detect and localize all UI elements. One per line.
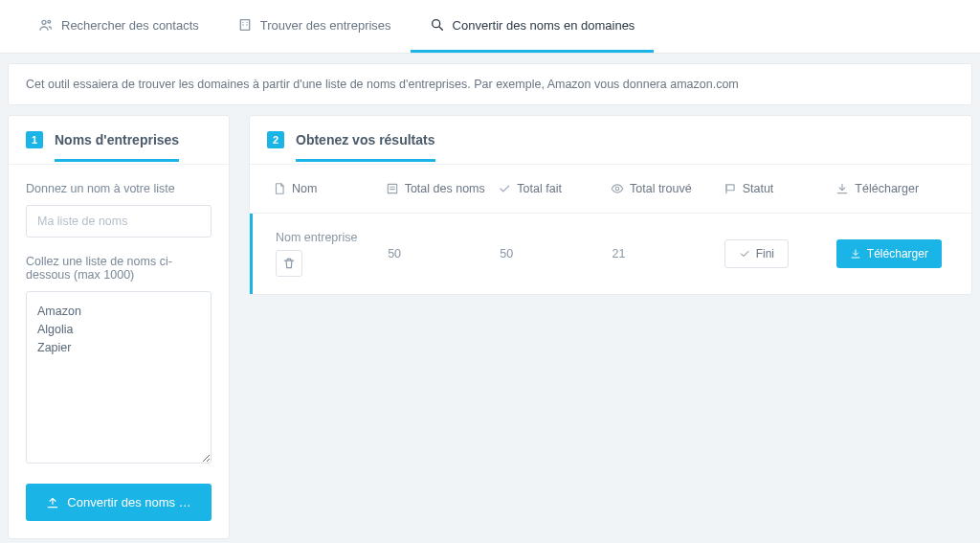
svg-point-7 <box>432 20 439 28</box>
check-icon <box>498 182 511 195</box>
td-download: Télécharger <box>836 239 948 268</box>
flag-icon <box>724 182 737 195</box>
step-badge-1: 1 <box>26 131 43 148</box>
td-total-done: 50 <box>500 247 612 260</box>
td-total-found: 21 <box>612 247 724 260</box>
th-total-done: Total fait <box>498 182 611 195</box>
th-total-found: Total trouvé <box>611 182 724 195</box>
list-name-label: Donnez un nom à votre liste <box>26 182 212 195</box>
file-icon <box>273 182 286 195</box>
td-status: Fini <box>724 239 836 268</box>
tab-convert-domains[interactable]: Convertir des noms en domaines <box>411 0 655 53</box>
step1-card: 1 Noms d'entreprises Donnez un nom à vot… <box>8 115 230 539</box>
list-name-input[interactable] <box>26 205 212 238</box>
delete-button[interactable] <box>276 250 302 277</box>
info-banner: Cet outil essaiera de trouver les domain… <box>8 63 972 105</box>
list-icon <box>386 182 399 195</box>
td-name: Nom entreprise <box>276 231 388 277</box>
table-row: Nom entreprise 50 50 21 Fini Télécharger <box>250 214 971 294</box>
names-textarea[interactable] <box>26 291 212 464</box>
svg-rect-13 <box>726 185 734 191</box>
step-badge-2: 2 <box>267 131 284 148</box>
search-icon <box>430 17 445 33</box>
svg-point-12 <box>615 187 619 191</box>
th-status: Statut <box>724 182 836 195</box>
eye-icon <box>611 182 624 195</box>
results-table: Nom Total des noms Total fait Total trou… <box>250 165 971 294</box>
tab-label: Trouver des entreprises <box>260 18 391 33</box>
td-total-names: 50 <box>388 247 500 260</box>
trash-icon <box>282 257 296 270</box>
users-icon <box>38 17 54 33</box>
tab-search-contacts[interactable]: Rechercher des contacts <box>19 0 218 53</box>
tab-find-companies[interactable]: Trouver des entreprises <box>218 0 411 53</box>
paste-label: Collez une liste de noms ci-dessous (max… <box>26 255 212 282</box>
th-name: Nom <box>273 182 386 195</box>
table-header: Nom Total des noms Total fait Total trou… <box>250 165 971 214</box>
th-download: Télécharger <box>835 182 948 195</box>
step2-title: Obtenez vos résultats <box>296 132 435 162</box>
building-icon <box>237 17 253 33</box>
check-icon <box>739 248 750 260</box>
svg-point-0 <box>42 20 46 24</box>
download-icon <box>835 182 849 195</box>
svg-point-1 <box>48 20 51 23</box>
tab-label: Rechercher des contacts <box>61 18 199 33</box>
convert-button-label: Convertir des noms … <box>67 495 190 509</box>
step1-title: Noms d'entreprises <box>55 132 179 162</box>
top-tabs: Rechercher des contacts Trouver des entr… <box>0 0 980 54</box>
row-name: Nom entreprise <box>276 231 388 244</box>
tab-label: Convertir des noms en domaines <box>453 18 635 33</box>
svg-rect-2 <box>240 20 249 31</box>
th-total-names: Total des noms <box>386 182 499 195</box>
status-badge: Fini <box>724 239 789 268</box>
convert-button[interactable]: Convertir des noms … <box>26 484 212 521</box>
download-button[interactable]: Télécharger <box>836 239 942 268</box>
upload-icon <box>46 496 59 509</box>
svg-line-8 <box>439 27 442 30</box>
download-icon <box>850 248 861 260</box>
step2-card: 2 Obtenez vos résultats Nom Total des no… <box>249 115 972 295</box>
